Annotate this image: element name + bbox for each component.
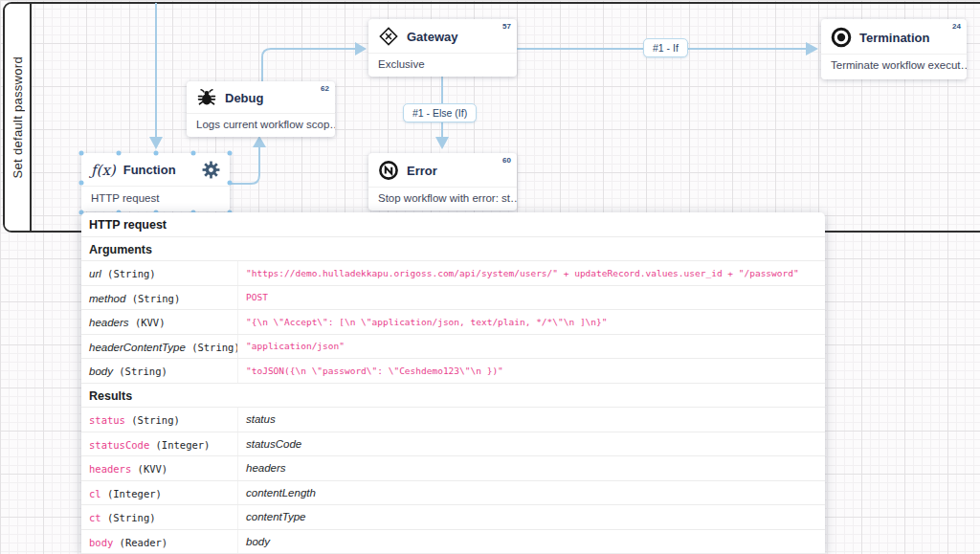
node-subtitle: Logs current workflow scop… [187, 113, 335, 137]
resize-handle[interactable] [154, 151, 159, 156]
popup-row: headers (KVV)"{\n \"Accept\": [\n \"appl… [81, 310, 825, 335]
popup-row: url (String)"https://demo.hulladekkapu.o… [81, 261, 825, 286]
node-title: Gateway [407, 30, 457, 44]
node-subtitle: HTTP request [81, 186, 230, 211]
popup-row: status (String)status [81, 408, 825, 432]
node-function[interactable]: ƒ(x) Function HTTP request [81, 153, 230, 211]
node-title: Debug [225, 91, 263, 105]
node-details-popup: HTTP request Argumentsurl (String)"https… [81, 212, 825, 554]
node-title: Error [407, 164, 437, 178]
gear-icon[interactable] [202, 161, 220, 179]
node-error[interactable]: Error 60 Stop workflow with error: st… [368, 153, 517, 211]
function-fx-icon: ƒ(x) [91, 162, 116, 179]
popup-row: ct (String)contentType [81, 505, 825, 530]
resize-handle[interactable] [228, 181, 233, 186]
edge-label-if[interactable]: #1 - If [643, 38, 688, 57]
node-debug[interactable]: Debug 62 Logs current workflow scop… [187, 81, 335, 137]
popup-row: method (String)POST [81, 286, 825, 311]
swimlane-header[interactable]: Set default password [5, 4, 32, 231]
node-id-badge: 24 [952, 22, 961, 31]
node-title: Termination [859, 31, 929, 45]
resize-handle[interactable] [228, 151, 233, 156]
edge-label-else-if[interactable]: #1 - Else (If) [403, 103, 477, 122]
popup-section-header: Results [81, 384, 825, 409]
termination-bullseye-icon [831, 27, 852, 48]
popup-section-header: Arguments [81, 237, 825, 262]
popup-title-row: HTTP request [81, 212, 825, 237]
popup-body: Argumentsurl (String)"https://demo.hulla… [81, 237, 825, 554]
node-subtitle: Stop workflow with error: st… [368, 187, 517, 211]
node-title: Function [123, 163, 176, 177]
node-id-badge: 62 [321, 84, 329, 93]
error-circle-icon [378, 160, 399, 181]
resize-handle[interactable] [79, 151, 84, 156]
popup-row: statusCode (Integer)statusCode [81, 432, 825, 457]
node-subtitle: Exclusive [368, 53, 517, 77]
node-termination[interactable]: Termination 24 Terminate workflow execut… [821, 19, 967, 79]
gateway-diamond-icon [378, 26, 399, 47]
node-gateway[interactable]: Gateway 57 Exclusive [368, 19, 517, 77]
popup-row: cl (Integer)contentLength [81, 481, 825, 506]
node-id-badge: 60 [502, 156, 511, 165]
popup-row: headerContentType (String)"application/j… [81, 335, 825, 360]
popup-title: HTTP request [89, 218, 167, 232]
popup-row: headers (KVV)headers [81, 456, 825, 481]
popup-row: body (Reader)body [81, 530, 825, 554]
swimlane-label: Set default password [11, 56, 25, 178]
resize-handle[interactable] [117, 151, 122, 156]
node-subtitle: Terminate workflow execut… [821, 54, 967, 79]
bug-icon [196, 87, 217, 108]
resize-handle[interactable] [191, 151, 196, 156]
popup-row: body (String)"toJSON({\n \"password\": \… [81, 359, 825, 384]
resize-handle[interactable] [79, 181, 84, 186]
node-id-badge: 57 [502, 22, 511, 31]
